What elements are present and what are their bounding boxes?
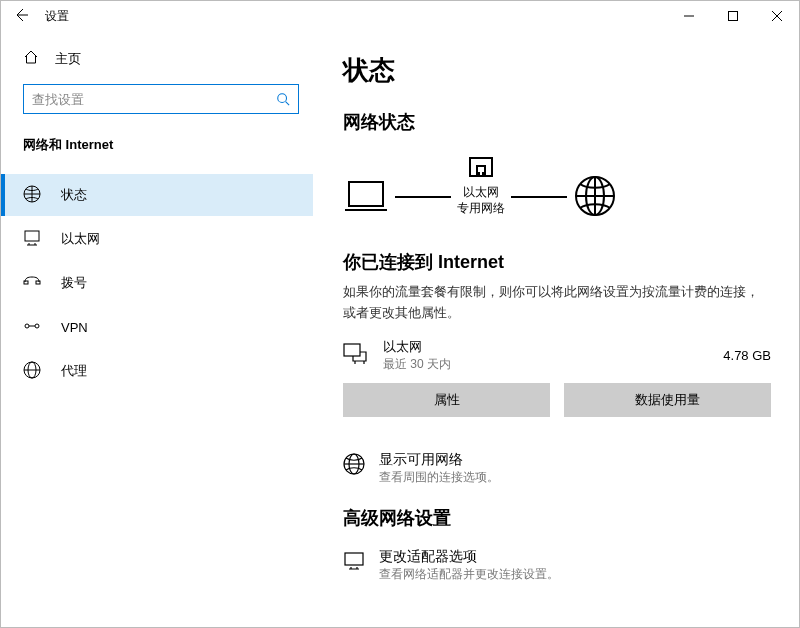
sidebar-item-status[interactable]: 状态 [1, 174, 313, 216]
data-usage-button[interactable]: 数据使用量 [564, 383, 771, 417]
sidebar-item-label: VPN [61, 320, 88, 335]
window-title: 设置 [45, 8, 69, 25]
globe-icon [23, 185, 41, 206]
globe-small-icon [343, 451, 365, 478]
minimize-button[interactable] [667, 1, 711, 31]
vpn-icon [23, 317, 41, 338]
diagram-conn-label: 以太网 [457, 185, 505, 201]
search-icon [276, 92, 290, 106]
connection-sub: 最近 30 天内 [383, 356, 451, 373]
sidebar-item-label: 拨号 [61, 274, 87, 292]
sidebar-item-label: 状态 [61, 186, 87, 204]
connected-desc: 如果你的流量套餐有限制，则你可以将此网络设置为按流量计费的连接，或者更改其他属性… [343, 282, 763, 324]
svg-point-7 [35, 324, 39, 328]
sidebar-item-proxy[interactable]: 代理 [1, 350, 313, 392]
network-status-heading: 网络状态 [343, 110, 771, 134]
titlebar: 设置 [1, 1, 799, 31]
svg-point-1 [278, 94, 287, 103]
sidebar: 主页 网络和 Internet 状态 [1, 31, 313, 627]
adapter-options-title: 更改适配器选项 [379, 548, 559, 566]
svg-rect-10 [349, 182, 383, 206]
back-button[interactable] [13, 7, 29, 26]
svg-rect-5 [36, 281, 40, 284]
home-label: 主页 [55, 50, 81, 68]
connection-name: 以太网 [383, 338, 451, 356]
laptop-icon [343, 178, 389, 217]
sidebar-item-label: 以太网 [61, 230, 100, 248]
available-networks-link[interactable]: 显示可用网络 查看周围的连接选项。 [343, 451, 771, 486]
adapter-options-sub: 查看网络适配器并更改连接设置。 [379, 566, 559, 583]
sidebar-item-vpn[interactable]: VPN [1, 306, 313, 348]
category-heading: 网络和 Internet [1, 122, 313, 164]
connected-heading: 你已连接到 Internet [343, 250, 771, 274]
sidebar-item-ethernet[interactable]: 以太网 [1, 218, 313, 260]
svg-rect-15 [344, 344, 360, 356]
search-box[interactable] [23, 84, 299, 114]
svg-point-6 [25, 324, 29, 328]
content-area: 状态 网络状态 以太网 专用网络 [313, 31, 799, 627]
router-icon [466, 152, 496, 185]
search-input[interactable] [32, 92, 276, 107]
close-button[interactable] [755, 1, 799, 31]
sidebar-item-dialup[interactable]: 拨号 [1, 262, 313, 304]
globe-large-icon [573, 174, 617, 221]
proxy-icon [23, 361, 41, 382]
diagram-conn-sub: 专用网络 [457, 201, 505, 217]
page-title: 状态 [343, 53, 771, 88]
home-icon [23, 49, 39, 68]
connection-row: 以太网 最近 30 天内 4.78 GB [343, 338, 771, 373]
svg-rect-18 [345, 553, 363, 565]
sidebar-item-label: 代理 [61, 362, 87, 380]
svg-rect-4 [24, 281, 28, 284]
adapter-options-link[interactable]: 更改适配器选项 查看网络适配器并更改连接设置。 [343, 548, 771, 583]
properties-button[interactable]: 属性 [343, 383, 550, 417]
network-diagram: 以太网 专用网络 [343, 152, 771, 242]
available-networks-sub: 查看周围的连接选项。 [379, 469, 499, 486]
maximize-button[interactable] [711, 1, 755, 31]
ethernet-adapter-icon [343, 343, 369, 368]
available-networks-title: 显示可用网络 [379, 451, 499, 469]
advanced-heading: 高级网络设置 [343, 506, 771, 530]
dialup-icon [23, 273, 41, 294]
adapter-icon [343, 548, 365, 575]
ethernet-icon [23, 229, 41, 250]
connection-usage: 4.78 GB [723, 348, 771, 363]
svg-rect-0 [729, 12, 738, 21]
home-link[interactable]: 主页 [1, 41, 313, 76]
svg-rect-3 [25, 231, 39, 241]
